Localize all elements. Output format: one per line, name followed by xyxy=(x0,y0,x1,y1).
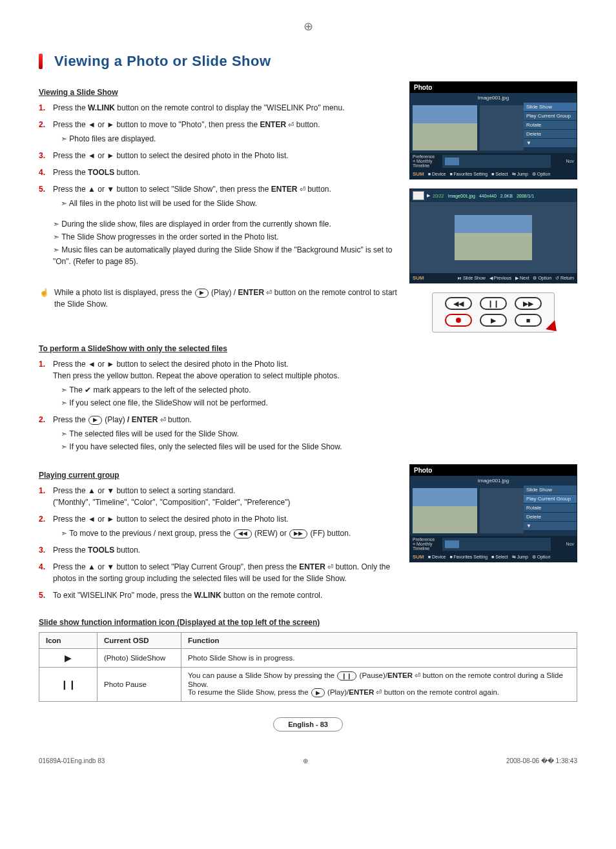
osd-context-menu: Slide Show Play Current Group Rotate Del… xyxy=(524,486,577,536)
cell-function: You can pause a Slide Show by pressing t… xyxy=(181,668,577,702)
osd-title: Photo xyxy=(410,82,577,93)
remote-pause-button: ❙❙ xyxy=(480,297,507,310)
note-text: If you select one file, the SlideShow wi… xyxy=(61,397,577,409)
step-text: Press the ▲ or ▼ button to select "Play … xyxy=(53,562,390,583)
osd-footer: SUM ■ Device ■ Favorites Setting ■ Selec… xyxy=(410,169,577,179)
play-icon: ▶ xyxy=(311,688,325,697)
osd-photo-list-2: Photo Image001.jpg Slide Show Play Curre… xyxy=(409,464,577,562)
remote-indicator-arrow xyxy=(546,320,561,336)
cell-osd: Photo Pause xyxy=(98,668,181,702)
remote-stop-button: ■ xyxy=(515,314,542,327)
osd-filmstrip xyxy=(442,538,551,551)
steps-viewing-slideshow: 1. Press the W.LINK button on the remote… xyxy=(39,102,399,209)
osd-menu-item: Slide Show xyxy=(524,103,577,112)
step-text: To exit "WISELINK Pro" mode, press the W… xyxy=(53,591,322,600)
note-text: During the slide show, files are display… xyxy=(53,218,399,230)
note-text: The selected files will be used for the … xyxy=(61,428,577,440)
step-text: Press the TOOLS button. xyxy=(53,168,140,177)
osd-slideshow: ▶ 20/22 Image001.jpg 440x440 2.0KB 2008/… xyxy=(409,189,577,283)
osd-ss-counter: 20/22 xyxy=(433,194,444,198)
osd-menu-more: ▼ xyxy=(524,522,577,531)
enter-icon: ⏎ xyxy=(160,416,166,424)
remote-play-button: ▶ xyxy=(480,314,507,327)
note-text: If you have selected files, only the sel… xyxy=(61,441,577,453)
hand-note: While a photo list is displayed, press t… xyxy=(54,287,399,310)
cell-icon-play: ▶ xyxy=(39,649,98,668)
play-icon: ▶ xyxy=(427,193,430,198)
remote-diagram: ◀◀ ❙❙ ▶▶ ▶ ■ xyxy=(432,292,555,332)
osd-filename: Image001.jpg xyxy=(410,93,577,103)
step-text: Press the ◄ or ► button to select the de… xyxy=(53,151,289,160)
note-text: Photo files are displayed. xyxy=(61,133,399,145)
osd-menu-item: Play Current Group xyxy=(524,495,577,504)
osd-preview-area xyxy=(480,488,524,533)
step-text: Press the ▲ or ▼ button to select "Slide… xyxy=(53,185,331,194)
osd-month-label: Nov xyxy=(555,542,574,546)
osd-menu-more: ▼ xyxy=(524,139,577,148)
osd-ss-thumb-icon xyxy=(413,191,424,200)
th-osd: Current OSD xyxy=(98,633,181,649)
enter-icon: ⏎ xyxy=(415,671,420,679)
note-text: The ✔ mark appears to the left of the se… xyxy=(61,384,577,396)
th-icon: Icon xyxy=(39,633,98,649)
page-number-pill: English - 83 xyxy=(273,717,343,731)
osd-title: Photo xyxy=(410,465,577,476)
osd-menu-item: Delete xyxy=(524,513,577,522)
note-text: The Slide Show progresses in the order s… xyxy=(53,231,399,243)
step-text: Press the ▲ or ▼ button to select a sort… xyxy=(53,486,290,507)
print-info-right: 2008-08-06 �� 1:38:43 xyxy=(506,757,577,764)
osd-footer: SUM ■ Device ■ Favorites Setting ■ Selec… xyxy=(410,552,577,562)
osd-menu-item: Slide Show xyxy=(524,486,577,495)
step-text: Press the ▶ (Play) / ENTER ⏎ button. xyxy=(53,415,192,424)
osd-menu-item: Rotate xyxy=(524,504,577,513)
osd-menu-item: Rotate xyxy=(524,121,577,130)
osd-month-label: Nov xyxy=(555,159,574,163)
osd-thumbnail xyxy=(413,488,477,533)
osd-photo-list: Photo Image001.jpg Slide Show Play Curre… xyxy=(409,81,577,179)
osd-thumbnail xyxy=(413,105,477,150)
cell-icon-pause: ❙❙ xyxy=(39,668,98,702)
step-text: Press the TOOLS button. xyxy=(53,546,140,555)
step-text: Press the ◄ or ► button to move to "Phot… xyxy=(53,120,320,129)
note-text: To move to the previous / next group, pr… xyxy=(61,527,399,539)
play-icon: ▶ xyxy=(195,289,209,298)
steps-current-group: 1.Press the ▲ or ▼ button to select a so… xyxy=(39,485,399,601)
cell-function: Photo Slide Show is in progress. xyxy=(181,649,577,668)
steps-selected-files: 1. Press the ◄ or ► button to select the… xyxy=(39,358,577,453)
registration-mark-bottom: ⊕ xyxy=(303,757,308,764)
icon-function-table: Icon Current OSD Function ▶ (Photo) Slid… xyxy=(39,632,577,702)
osd-filename: Image001.jpg xyxy=(410,476,577,486)
osd-filmstrip xyxy=(442,155,551,168)
ff-icon: ▶▶ xyxy=(289,529,307,538)
osd-sort-panel: Preference ≡ Monthly Timeline xyxy=(413,537,438,551)
enter-icon: ⏎ xyxy=(300,185,305,193)
osd-ss-resolution: 440x440 xyxy=(479,194,497,198)
osd-sort-panel: Preference ≡ Monthly Timeline xyxy=(413,154,438,168)
osd-ss-filename: Image001.jpg xyxy=(448,194,475,198)
osd-ss-size: 2.0KB xyxy=(500,194,513,198)
remote-rec-button xyxy=(445,314,472,327)
osd-preview-area xyxy=(480,105,524,150)
page-title: Viewing a Photo or Slide Show xyxy=(54,53,271,70)
print-info-left: 01689A-01Eng.indb 83 xyxy=(39,757,105,764)
subhead-icon-table: Slide show function information icon (Di… xyxy=(39,618,577,627)
note-text: Music files can be automatically played … xyxy=(53,244,399,267)
pause-icon: ❙❙ xyxy=(337,671,356,680)
th-function: Function xyxy=(181,633,577,649)
remote-ff-button: ▶▶ xyxy=(515,297,542,310)
osd-menu-item: Delete xyxy=(524,130,577,139)
subhead-selected-files: To perform a SlideShow with only the sel… xyxy=(39,344,577,353)
title-accent xyxy=(39,54,43,69)
play-icon: ▶ xyxy=(88,416,102,425)
osd-ss-photo xyxy=(455,215,532,260)
step-text: Press the ◄ or ► button to select the de… xyxy=(53,360,340,380)
remote-rew-button: ◀◀ xyxy=(445,297,472,310)
osd-context-menu: Slide Show Play Current Group Rotate Del… xyxy=(524,103,577,153)
osd-menu-item: Play Current Group xyxy=(524,112,577,121)
note-text: All files in the photo list will be used… xyxy=(61,198,399,209)
osd-ss-date: 2008/1/1 xyxy=(517,194,534,198)
step-text: Press the W.LINK button on the remote co… xyxy=(53,103,344,112)
cell-osd: (Photo) SlideShow xyxy=(98,649,181,668)
step-text: Press the ◄ or ► button to select the de… xyxy=(53,515,289,524)
rew-icon: ◀◀ xyxy=(234,529,252,538)
